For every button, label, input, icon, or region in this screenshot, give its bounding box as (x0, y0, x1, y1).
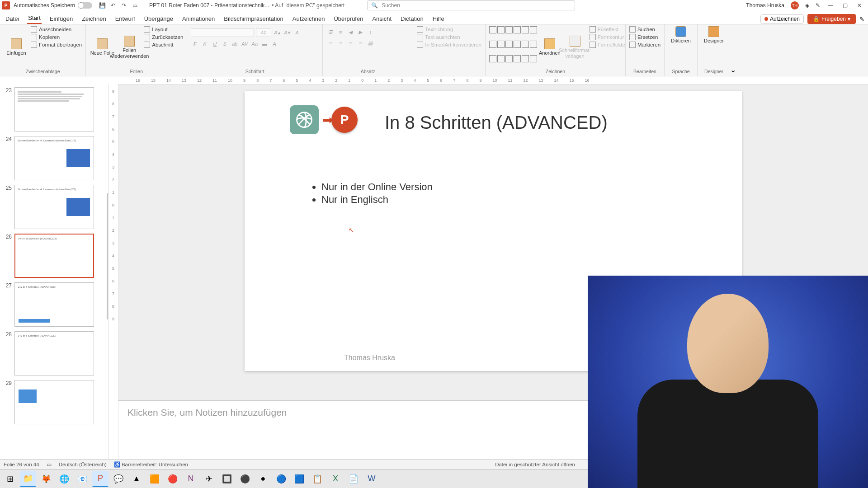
justify-button[interactable]: ≡ (356, 39, 364, 47)
layout-button[interactable]: Layout (144, 26, 183, 33)
tab-start[interactable]: Start (27, 13, 41, 24)
reuse-slides-button[interactable]: Folien wiederverwenden (117, 26, 142, 69)
font-size-input[interactable] (256, 28, 271, 37)
app-icon-8[interactable]: 📋 (309, 471, 326, 487)
telegram-icon[interactable]: ✈ (201, 471, 217, 487)
numbering-button[interactable]: ≡ (336, 28, 344, 36)
thumbnail-25[interactable]: Schweißverfahren 4: Laserstrahlschweißen… (14, 185, 94, 229)
tab-ueberpruefen[interactable]: Überprüfen (333, 14, 364, 24)
user-avatar[interactable]: TH (791, 1, 799, 9)
tab-hilfe[interactable]: Hilfe (432, 14, 445, 24)
accessibility-label[interactable]: ♿ Barrierefreiheit: Untersuchen (114, 461, 188, 468)
tab-zeichnen[interactable]: Zeichnen (81, 14, 107, 24)
font-family-input[interactable] (191, 28, 254, 37)
slide-title[interactable]: In 8 Schritten (ADVANCED) (385, 113, 608, 133)
tab-aufzeichnen[interactable]: Aufzeichnen (292, 14, 326, 24)
firefox-icon[interactable]: 🦊 (38, 471, 54, 487)
onenote-icon[interactable]: N (183, 471, 199, 487)
outline-icon[interactable]: ▭ (47, 461, 52, 468)
decrease-font-icon[interactable]: A▾ (283, 28, 291, 37)
arrange-button[interactable]: Anordnen (539, 26, 561, 69)
align-left-button[interactable]: ≡ (326, 39, 335, 47)
toggle-icon[interactable] (78, 2, 92, 9)
dictate-button[interactable]: Diktieren (668, 26, 693, 44)
reset-button[interactable]: Zurücksetzen (144, 34, 183, 40)
thumbnail-29[interactable] (14, 380, 94, 424)
maximize-button[interactable]: ▢ (841, 1, 849, 9)
bullets-button[interactable]: ☰ (326, 28, 335, 36)
app-icon-5[interactable]: ● (255, 471, 271, 487)
undo-icon[interactable]: ↶ (109, 2, 117, 9)
save-icon[interactable]: 💾 (99, 2, 106, 9)
autosave-toggle[interactable]: Automatisches Speichern (14, 2, 92, 9)
document-saved-location[interactable]: • Auf "diesem PC" gespeichert (272, 2, 344, 9)
format-painter-button[interactable]: Format übertragen (31, 42, 82, 48)
vlc-icon[interactable]: ▲ (128, 471, 145, 487)
thumbnail-23[interactable] (14, 87, 94, 131)
thumbnail-28[interactable]: ●➡● In 8 Schritten (ADVANCED) (14, 331, 94, 375)
increase-font-icon[interactable]: A▴ (273, 28, 281, 37)
copy-button[interactable]: Kopieren (31, 34, 82, 40)
powerpoint-taskbar-icon[interactable]: P (92, 471, 108, 487)
paste-button[interactable]: Einfügen (4, 26, 29, 69)
increase-indent-button[interactable]: ▶ (356, 28, 364, 36)
highlight-button[interactable]: ▬ (260, 40, 269, 48)
start-menu-button[interactable]: ⊞ (2, 471, 18, 487)
app-icon-2[interactable]: 🟧 (146, 471, 163, 487)
search-input[interactable]: 🔍 Suchen (367, 0, 575, 10)
align-center-button[interactable]: ≡ (336, 39, 344, 47)
tab-dictation[interactable]: Dictation (400, 14, 425, 24)
present-icon[interactable]: ▭ (131, 2, 138, 9)
slide-counter[interactable]: Folie 26 von 44 (4, 462, 39, 467)
shapes-gallery[interactable] (489, 26, 537, 69)
clear-format-icon[interactable]: A (293, 28, 301, 37)
shadow-button[interactable]: ab (231, 40, 239, 48)
case-button[interactable]: Aa (250, 40, 259, 48)
tab-bildschirm[interactable]: Bildschirmpräsentation (223, 14, 284, 24)
tab-uebergaenge[interactable]: Übergänge (143, 14, 174, 24)
italic-button[interactable]: K (201, 40, 209, 48)
minimize-button[interactable]: — (826, 1, 835, 9)
cut-button[interactable]: Ausschneiden (31, 26, 82, 33)
record-button[interactable]: Aufzeichnen (760, 14, 804, 23)
bold-button[interactable]: F (191, 40, 199, 48)
notepad-icon[interactable]: 📄 (345, 471, 362, 487)
tab-animationen[interactable]: Animationen (181, 14, 216, 24)
thumbnail-26[interactable]: ●➡● In 8 Schritten (ADVANCED) (14, 234, 94, 278)
tab-ansicht[interactable]: Ansicht (371, 14, 392, 24)
thumbnail-27[interactable]: ●➡● In 8 Schritten (ADVANCED) (14, 282, 94, 327)
slide-bullets[interactable]: Nur in der Online Version Nur in Englisc… (312, 181, 433, 206)
app-icon-3[interactable]: 🔴 (165, 471, 181, 487)
close-button[interactable]: ✕ (855, 1, 863, 9)
quick-styles-button[interactable]: Schnellformat-vorlagen (562, 26, 588, 69)
share-button[interactable]: 🔒 Freigeben ▾ (807, 14, 856, 24)
language-label[interactable]: Deutsch (Österreich) (59, 462, 107, 467)
app-icon-7[interactable]: 🟦 (291, 471, 307, 487)
columns-button[interactable]: ▤ (366, 39, 374, 47)
diamond-icon[interactable]: ◈ (805, 2, 809, 9)
slide-thumbnails-panel[interactable]: 23 24 Schweißverfahren 4: Laserstrahlsch… (0, 84, 108, 459)
align-right-button[interactable]: ≡ (346, 39, 354, 47)
spacing-button[interactable]: AV (241, 40, 249, 48)
word-icon[interactable]: W (363, 471, 380, 487)
obs-icon[interactable]: ⚫ (237, 471, 253, 487)
underline-button[interactable]: U (211, 40, 219, 48)
excel-icon[interactable]: X (327, 471, 344, 487)
font-color-button[interactable]: A (270, 40, 278, 48)
tryit-icon[interactable]: ✎ (816, 2, 820, 9)
designer-button[interactable]: Designer (701, 26, 726, 44)
app-icon-6[interactable]: 🔵 (273, 471, 289, 487)
thumbnail-24[interactable]: Schweißverfahren 4: Laserstrahlschweißen… (14, 136, 94, 180)
file-explorer-icon[interactable]: 📁 (20, 471, 36, 487)
panel-resize-handle[interactable] (107, 193, 108, 319)
line-spacing-button[interactable]: ↕ (366, 28, 374, 36)
app-icon-1[interactable]: 💬 (110, 471, 127, 487)
decrease-indent-button[interactable]: ◀ (346, 28, 354, 36)
app-icon-4[interactable]: 🔲 (219, 471, 235, 487)
user-name[interactable]: Thomas Hruska (746, 2, 784, 9)
tab-datei[interactable]: Datei (5, 14, 20, 24)
tab-einfuegen[interactable]: Einfügen (49, 14, 74, 24)
outlook-icon[interactable]: 📧 (74, 471, 90, 487)
strike-button[interactable]: S (221, 40, 229, 48)
redo-icon[interactable]: ↷ (120, 2, 127, 9)
